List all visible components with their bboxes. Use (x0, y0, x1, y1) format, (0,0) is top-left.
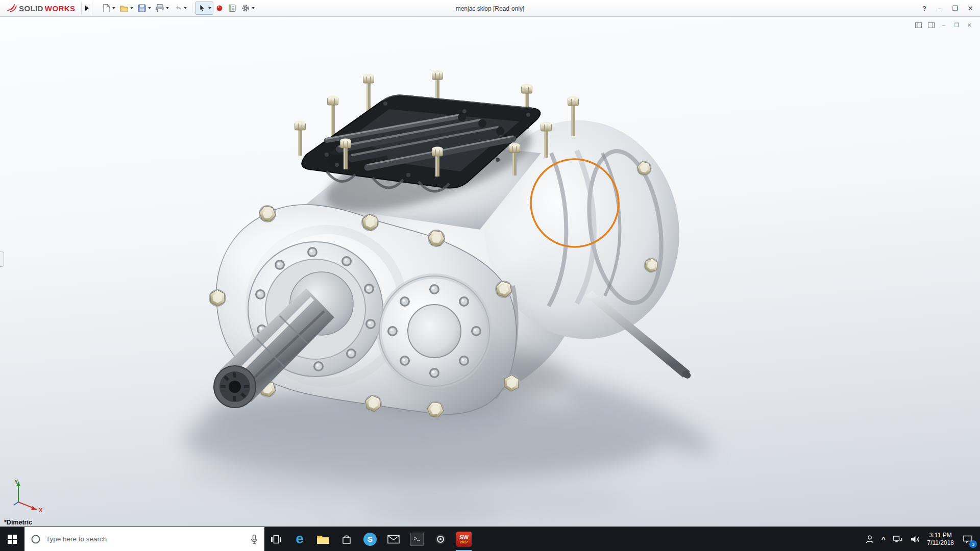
toolbar-separator (192, 3, 192, 13)
dropdown-caret-icon (208, 7, 211, 9)
x-axis-label: X (39, 507, 43, 513)
skype-icon: S (363, 533, 377, 546)
design-library-icon (228, 4, 237, 13)
graphics-viewport[interactable]: – ❐ ✕ (0, 17, 980, 527)
clock-date: 7/11/2018 (927, 539, 954, 547)
view-orientation-label: *Dimetric (4, 519, 32, 526)
store-bag-icon (341, 534, 352, 545)
edge-icon: e (296, 532, 303, 546)
print-button[interactable] (153, 2, 171, 15)
network-button[interactable] (889, 527, 906, 551)
media-app-icon (434, 533, 447, 545)
doc-pane-button-2[interactable] (926, 21, 936, 29)
ds-logo-icon (6, 3, 17, 13)
logo-text-solid: SOLID (19, 4, 43, 13)
doc-close-button[interactable]: ✕ (965, 21, 974, 29)
dropdown-caret-icon (130, 7, 133, 9)
design-library-button[interactable] (226, 2, 239, 15)
options-button[interactable] (239, 2, 257, 15)
clock-time: 3:11 PM (929, 532, 952, 539)
start-button[interactable] (0, 527, 24, 551)
task-view-icon (271, 535, 282, 544)
pane-icon (928, 22, 935, 28)
people-button[interactable] (862, 527, 878, 551)
dropdown-caret-icon (148, 7, 151, 9)
orientation-triad: Y X (10, 477, 47, 513)
y-axis-label: Y (14, 479, 18, 485)
doc-restore-button[interactable]: ❐ (952, 21, 961, 29)
file-explorer-button[interactable] (311, 527, 335, 551)
dropdown-caret-icon (112, 7, 115, 9)
doc-minimize-button[interactable]: – (939, 21, 948, 29)
media-app-button[interactable] (429, 527, 452, 551)
select-cursor-icon (198, 4, 207, 13)
appearance-button[interactable] (213, 2, 226, 15)
windows-taskbar: e S >_ SW 2017 (0, 527, 980, 551)
open-button[interactable] (117, 2, 135, 15)
flyout-arrow-icon (85, 5, 89, 11)
gearbox-3d-model[interactable] (0, 17, 980, 527)
tray-expand-button[interactable]: ^ (878, 527, 889, 551)
logo-text-works: WORKS (45, 4, 76, 13)
action-center-button[interactable]: 3 (958, 527, 978, 551)
document-window-controls: – ❐ ✕ (914, 21, 974, 29)
windows-logo-icon (8, 535, 17, 544)
undo-button[interactable] (171, 2, 189, 15)
close-button[interactable]: ✕ (963, 2, 978, 15)
taskbar-search[interactable] (24, 527, 264, 551)
chevron-up-icon: ^ (881, 535, 886, 543)
save-icon (137, 4, 146, 13)
select-tool-button[interactable] (195, 2, 213, 15)
edge-button[interactable]: e (288, 527, 311, 551)
skype-button[interactable]: S (358, 527, 382, 551)
solidworks-app-icon: SW 2017 (456, 532, 472, 547)
secondary-flange (379, 276, 489, 386)
z-axis-stub-icon (14, 502, 18, 505)
mail-icon (387, 535, 400, 544)
open-folder-icon (119, 4, 129, 13)
microphone-icon[interactable] (250, 534, 258, 544)
toolbar-flyout-button[interactable] (81, 2, 92, 14)
new-document-button[interactable] (100, 2, 117, 15)
search-input[interactable] (46, 535, 245, 543)
save-button[interactable] (135, 2, 153, 15)
standard-toolbar (100, 2, 257, 15)
file-explorer-icon (316, 534, 330, 545)
help-button[interactable]: ? (917, 2, 932, 15)
volume-button[interactable] (906, 527, 924, 551)
doc-pane-button-1[interactable] (914, 21, 923, 29)
gear-icon (241, 4, 250, 13)
network-icon (893, 535, 903, 544)
people-icon (865, 535, 874, 544)
solidworks-taskbar-button[interactable]: SW 2017 (452, 527, 476, 551)
taskbar-clock[interactable]: 3:11 PM 7/11/2018 (924, 527, 958, 551)
window-controls: ? – ❐ ✕ (917, 2, 978, 15)
system-tray: ^ 3:11 PM 7/11/2018 3 (862, 527, 980, 551)
dropdown-caret-icon (166, 7, 169, 9)
document-title: menjac sklop [Read-only] (456, 0, 525, 17)
print-icon (155, 4, 164, 13)
titlebar: SOLIDWORKS (0, 0, 980, 17)
terminal-button[interactable]: >_ (405, 527, 429, 551)
store-button[interactable] (335, 527, 358, 551)
notification-badge: 3 (969, 540, 977, 548)
solidworks-logo: SOLIDWORKS (2, 3, 78, 13)
feature-panel-expand-handle[interactable] (0, 252, 4, 267)
mail-button[interactable] (382, 527, 405, 551)
new-document-icon (102, 4, 111, 13)
task-view-button[interactable] (264, 527, 288, 551)
dropdown-caret-icon (252, 7, 255, 9)
undo-icon (173, 4, 182, 13)
minimize-button[interactable]: – (932, 2, 947, 15)
terminal-icon: >_ (410, 533, 424, 546)
maximize-button[interactable]: ❐ (947, 2, 963, 15)
pane-icon (915, 22, 922, 28)
dropdown-caret-icon (184, 7, 187, 9)
speaker-icon (910, 535, 920, 544)
cortana-icon (31, 534, 41, 544)
x-axis-arrow-icon (31, 506, 37, 510)
appearance-sphere-icon (215, 4, 224, 12)
